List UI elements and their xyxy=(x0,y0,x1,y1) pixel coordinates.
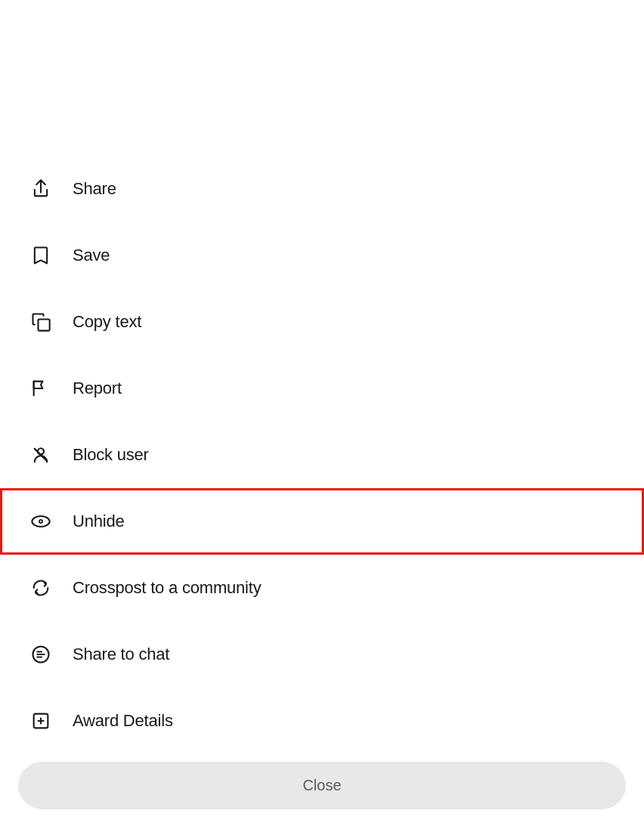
close-button[interactable]: Close xyxy=(18,762,626,809)
svg-rect-0 xyxy=(39,320,50,331)
save-menu-item[interactable]: Save xyxy=(0,222,644,289)
action-menu: Share Save Copy text Report xyxy=(0,156,644,832)
svg-point-9 xyxy=(44,654,45,654)
share-label: Share xyxy=(73,179,116,199)
save-label: Save xyxy=(73,246,110,265)
svg-point-7 xyxy=(37,654,38,654)
crosspost-label: Crosspost to a community xyxy=(73,578,262,598)
award-details-menu-item[interactable]: Award Details xyxy=(0,688,644,754)
report-menu-item[interactable]: Report xyxy=(0,355,644,422)
share-to-chat-menu-item[interactable]: Share to chat xyxy=(0,621,644,688)
block-user-menu-item[interactable]: Block user xyxy=(0,422,644,488)
block-user-icon xyxy=(24,438,57,472)
svg-point-8 xyxy=(40,654,41,654)
save-icon xyxy=(24,239,57,272)
copy-text-menu-item[interactable]: Copy text xyxy=(0,289,644,355)
award-details-label: Award Details xyxy=(73,711,173,731)
award-details-icon xyxy=(24,704,57,738)
copy-text-label: Copy text xyxy=(73,312,141,332)
share-to-chat-label: Share to chat xyxy=(73,645,169,664)
unhide-icon xyxy=(24,505,57,538)
unhide-menu-item[interactable]: Unhide xyxy=(0,488,644,555)
crosspost-icon xyxy=(24,571,57,605)
report-icon xyxy=(24,372,57,405)
share-icon xyxy=(24,172,57,206)
crosspost-menu-item[interactable]: Crosspost to a community xyxy=(0,555,644,621)
copy-text-icon xyxy=(24,305,57,339)
unhide-label: Unhide xyxy=(73,512,125,531)
close-button-container: Close xyxy=(0,754,644,817)
block-user-label: Block user xyxy=(73,445,149,465)
report-label: Report xyxy=(73,379,122,398)
share-to-chat-icon xyxy=(24,638,57,671)
share-menu-item[interactable]: Share xyxy=(0,156,644,222)
svg-point-5 xyxy=(40,521,42,522)
svg-line-2 xyxy=(35,449,47,461)
